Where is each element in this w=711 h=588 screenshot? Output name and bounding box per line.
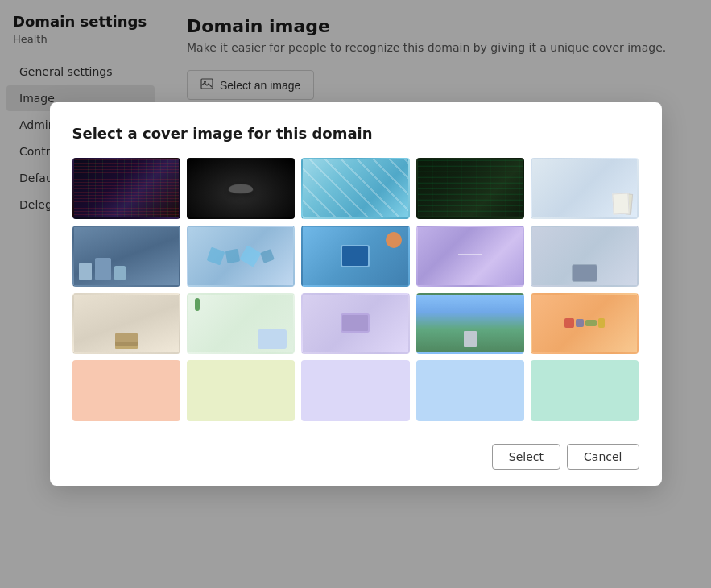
image-option-13[interactable] bbox=[301, 293, 409, 354]
swatch-mint[interactable] bbox=[531, 360, 639, 421]
image-option-1[interactable] bbox=[72, 158, 180, 219]
swatch-peach[interactable] bbox=[72, 360, 180, 421]
image-option-12[interactable] bbox=[187, 293, 295, 354]
image-option-11[interactable] bbox=[72, 293, 180, 354]
modal-footer: Select Cancel bbox=[72, 434, 639, 470]
cover-image-modal: Select a cover image for this domain bbox=[50, 102, 662, 485]
image-option-10[interactable] bbox=[531, 226, 639, 287]
swatch-lavender[interactable] bbox=[301, 360, 409, 421]
image-option-14[interactable] bbox=[416, 293, 524, 354]
cancel-button[interactable]: Cancel bbox=[567, 444, 639, 470]
swatch-skyblue[interactable] bbox=[416, 360, 524, 421]
image-option-6[interactable] bbox=[72, 226, 180, 287]
modal-overlay: Select a cover image for this domain bbox=[0, 0, 711, 588]
image-option-8[interactable] bbox=[301, 226, 409, 287]
image-option-2[interactable] bbox=[187, 158, 295, 219]
image-option-7[interactable] bbox=[187, 226, 295, 287]
swatch-lime[interactable] bbox=[187, 360, 295, 421]
image-option-3[interactable] bbox=[301, 158, 409, 219]
image-option-9[interactable] bbox=[416, 226, 524, 287]
modal-title: Select a cover image for this domain bbox=[72, 125, 639, 142]
select-button[interactable]: Select bbox=[492, 444, 560, 470]
image-option-4[interactable] bbox=[416, 158, 524, 219]
image-grid bbox=[72, 158, 639, 420]
image-option-5[interactable] bbox=[531, 158, 639, 219]
image-option-15[interactable] bbox=[531, 293, 639, 354]
